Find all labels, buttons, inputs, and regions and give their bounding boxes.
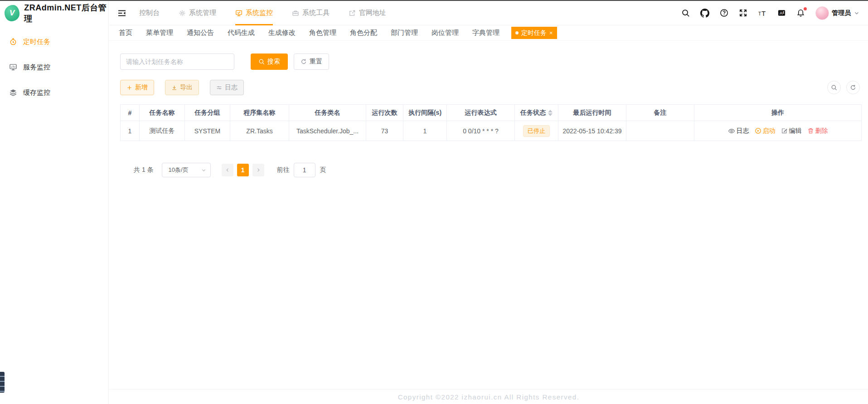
tags-bar: 首页 菜单管理 通知公告 代码生成 生成修改 角色管理 角色分配 部门管理 岗位… xyxy=(109,25,868,41)
sidebar-item-label: 定时任务 xyxy=(23,38,50,46)
tab-dict-management[interactable]: 字典管理 xyxy=(466,29,505,37)
nav-item-system-monitor[interactable]: 系统监控 xyxy=(235,1,273,25)
page-size-select[interactable]: 10条/页 xyxy=(162,163,211,177)
active-tab-label: 定时任务 xyxy=(521,29,547,37)
reset-button-label: 重置 xyxy=(310,58,322,66)
search-icon xyxy=(258,58,265,65)
help-icon[interactable] xyxy=(720,9,728,17)
sliders-icon xyxy=(216,85,222,91)
refresh-table-button[interactable] xyxy=(846,81,860,94)
header-tools: 管理员 xyxy=(681,6,860,20)
sidebar-item-label: 服务监控 xyxy=(23,63,50,72)
tab-close-icon[interactable]: × xyxy=(549,30,553,36)
cell-job-class: TaskScheduler.Job_... xyxy=(289,121,366,141)
tab-post-management[interactable]: 岗位管理 xyxy=(426,29,465,37)
cell-last-run: 2022-05-15 10:42:39 xyxy=(558,121,626,141)
toggle-search-button[interactable] xyxy=(827,81,841,94)
user-name: 管理员 xyxy=(832,9,851,17)
footer: Copyright ©2022 izhaorui.cn All Rights R… xyxy=(109,389,868,404)
nav-item-label: 官网地址 xyxy=(359,9,386,17)
row-edit-label: 编辑 xyxy=(789,127,802,135)
col-header-run-count: 运行次数 xyxy=(366,105,403,121)
tab-menu-management[interactable]: 菜单管理 xyxy=(140,29,179,37)
menu-fold-icon[interactable] xyxy=(117,9,126,18)
row-start-label: 启动 xyxy=(763,127,776,135)
col-header-status-sortable[interactable]: 任务状态 xyxy=(515,105,558,121)
row-start-link[interactable]: 启动 xyxy=(755,127,776,135)
row-delete-link[interactable]: 删除 xyxy=(807,127,828,135)
cell-assembly: ZR.Tasks xyxy=(230,121,289,141)
row-edit-link[interactable]: 编辑 xyxy=(781,127,802,135)
external-link-icon xyxy=(349,10,356,17)
tab-code-generation[interactable]: 代码生成 xyxy=(222,29,261,37)
log-button[interactable]: 日志 xyxy=(210,80,244,95)
row-log-link[interactable]: 日志 xyxy=(728,127,749,135)
task-name-input[interactable] xyxy=(120,54,234,70)
goto-page-input[interactable] xyxy=(294,163,315,177)
cell-interval: 1 xyxy=(403,121,447,141)
nav-item-system-management[interactable]: 系统管理 xyxy=(179,1,216,25)
trash-icon xyxy=(807,127,814,134)
nav-item-label: 系统管理 xyxy=(189,9,216,17)
pagination: 共 1 条 10条/页 1 前往 页 xyxy=(134,163,868,177)
download-icon xyxy=(171,85,177,91)
tab-home[interactable]: 首页 xyxy=(113,29,138,37)
cell-index: 1 xyxy=(121,121,140,141)
user-menu[interactable]: 管理员 xyxy=(815,6,860,20)
goto-label: 前往 xyxy=(277,166,290,174)
add-button[interactable]: 新增 xyxy=(120,80,154,95)
font-size-icon[interactable] xyxy=(758,9,767,18)
timer-icon xyxy=(9,38,17,46)
tab-department-management[interactable]: 部门管理 xyxy=(385,29,424,37)
header-bar: 控制台 系统管理 系统监控 系统工具 官网地址 xyxy=(109,1,868,25)
tab-notice[interactable]: 通知公告 xyxy=(181,29,220,37)
prev-page-button[interactable] xyxy=(222,164,233,176)
cell-remark xyxy=(626,121,694,141)
search-form: 搜索 重置 xyxy=(120,54,868,70)
tab-role-management[interactable]: 角色管理 xyxy=(303,29,342,37)
tab-generation-edit[interactable]: 生成修改 xyxy=(262,29,301,37)
notification-bell[interactable] xyxy=(796,9,805,17)
search-icon xyxy=(831,84,837,91)
next-page-button[interactable] xyxy=(252,164,264,176)
play-circle-icon xyxy=(755,127,761,134)
search-icon[interactable] xyxy=(681,9,690,17)
top-nav-menu: 控制台 系统管理 系统监控 系统工具 官网地址 xyxy=(139,1,386,25)
tab-scheduled-tasks-active[interactable]: 定时任务 × xyxy=(511,27,557,39)
col-header-remark: 备注 xyxy=(626,105,694,121)
cache-layers-icon xyxy=(9,88,17,97)
page-size-value: 10条/页 xyxy=(169,166,189,174)
sidebar-item-cache-monitor[interactable]: 缓存监控 xyxy=(0,80,108,105)
app-logo: V xyxy=(5,5,19,21)
sidebar-item-scheduled-tasks[interactable]: 定时任务 xyxy=(0,29,108,54)
app-title: ZRAdmin.NET后台管理 xyxy=(24,2,108,24)
export-button-label: 导出 xyxy=(180,83,193,92)
export-button[interactable]: 导出 xyxy=(165,80,199,95)
col-header-status-label: 任务状态 xyxy=(520,109,546,117)
github-icon[interactable] xyxy=(700,9,709,18)
tasks-table: # 任务名称 任务分组 程序集名称 任务类名 运行次数 执行间隔(s) 运行表达… xyxy=(120,104,862,141)
search-button[interactable]: 搜索 xyxy=(251,54,288,70)
col-header-actions: 操作 xyxy=(694,105,862,121)
pagination-total: 共 1 条 xyxy=(134,166,154,174)
reset-button[interactable]: 重置 xyxy=(294,54,329,70)
sort-caret-icon[interactable] xyxy=(548,110,553,116)
sidebar-item-service-monitor[interactable]: 服务监控 xyxy=(0,54,108,80)
tab-role-assignment[interactable]: 角色分配 xyxy=(344,29,383,37)
fullscreen-icon[interactable] xyxy=(739,9,747,17)
page-number-1[interactable]: 1 xyxy=(237,164,249,176)
nav-item-official-site[interactable]: 官网地址 xyxy=(349,1,386,25)
toolbox-icon xyxy=(292,10,299,17)
cell-actions: 日志 启动 编辑 删除 xyxy=(694,121,862,141)
nav-item-console[interactable]: 控制台 xyxy=(139,1,160,25)
nav-item-system-tools[interactable]: 系统工具 xyxy=(292,1,330,25)
nav-item-label: 控制台 xyxy=(139,9,160,17)
logo-letter: V xyxy=(10,9,15,18)
edit-icon xyxy=(781,127,788,134)
log-button-label: 日志 xyxy=(225,83,238,92)
language-icon[interactable] xyxy=(777,9,786,17)
cell-run-count: 73 xyxy=(366,121,403,141)
collapsed-panel-strip xyxy=(0,372,5,393)
arrow-right-icon xyxy=(256,167,261,173)
sidebar: V ZRAdmin.NET后台管理 定时任务 服务监控 缓存监控 xyxy=(0,1,109,404)
